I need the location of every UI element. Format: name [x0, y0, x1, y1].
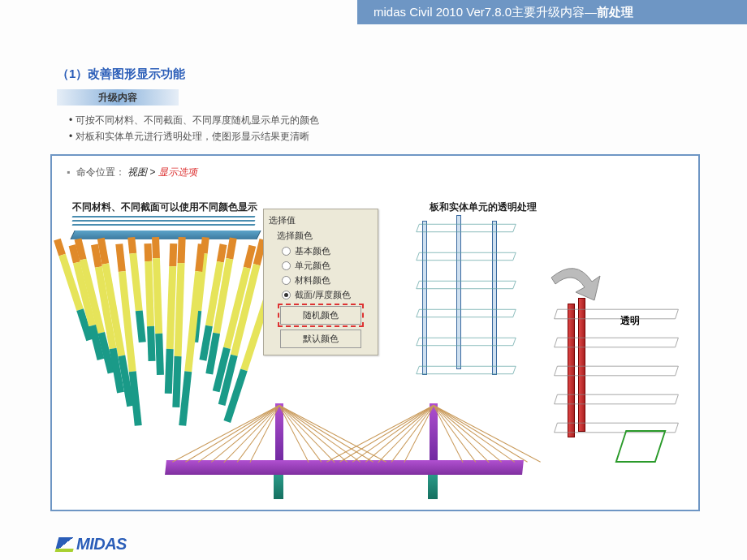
- wireframe-building: [417, 217, 523, 387]
- radio-basic-color[interactable]: 基本颜色: [282, 245, 373, 257]
- bridge-cable: [434, 405, 503, 463]
- bridge-cable: [434, 405, 541, 463]
- radio-material-color[interactable]: 材料颜色: [282, 274, 373, 286]
- upgrade-badge: 升级内容: [57, 89, 179, 106]
- bridge-cable: [279, 405, 386, 463]
- transparent-building: [547, 302, 689, 489]
- random-color-button[interactable]: 随机颜色: [280, 306, 361, 325]
- logo-mark-icon: [55, 537, 77, 552]
- default-color-button[interactable]: 默认颜色: [280, 330, 361, 348]
- header-bold: 前处理: [597, 5, 633, 20]
- bridge-cable: [211, 405, 280, 463]
- bridge-cable: [365, 405, 434, 463]
- header-prefix: midas Civil 2010 Ver7.8.0主要升级内容—: [374, 5, 597, 20]
- bullet-list: •可按不同材料、不同截面、不同厚度随机显示单元的颜色 •对板和实体单元进行透明处…: [69, 112, 319, 145]
- bridge-cable: [279, 405, 322, 463]
- bridge-cable: [352, 405, 434, 463]
- bridge-cable: [434, 405, 477, 463]
- bridge-cable: [198, 405, 280, 463]
- section-title: （1）改善图形显示功能: [57, 67, 185, 82]
- bridge-cable: [279, 405, 361, 463]
- radio-element-color[interactable]: 单元颜色: [282, 260, 373, 272]
- color-options-dialog: 选择值 选择颜色 基本颜色 单元颜色 材料颜色 截面/厚度颜色 随机颜色 默认颜…: [263, 209, 378, 355]
- colored-pile-model: [64, 221, 267, 432]
- command-location: ▪ 命令位置： 视图 > 显示选项: [67, 166, 197, 179]
- bridge-cable: [434, 405, 516, 463]
- header-bar: midas Civil 2010 Ver7.8.0主要升级内容— 前处理: [357, 0, 747, 24]
- bullet-2: •对板和实体单元进行透明处理，使图形显示结果更清晰: [69, 128, 319, 144]
- caption-left: 不同材料、不同截面可以使用不同颜色显示: [72, 200, 257, 214]
- radio-section-thickness-color[interactable]: 截面/厚度颜色: [282, 289, 373, 301]
- cable-bridge-model: [166, 403, 523, 501]
- dialog-group-label: 选择值: [269, 214, 373, 226]
- caption-right: 板和实体单元的透明处理: [430, 200, 537, 214]
- midas-logo: MIDAS: [57, 535, 127, 554]
- logo-text: MIDAS: [76, 535, 127, 554]
- content-frame: ▪ 命令位置： 视图 > 显示选项 不同材料、不同截面可以使用不同颜色显示 板和…: [50, 154, 700, 511]
- bullet-1: •可按不同材料、不同截面、不同厚度随机显示单元的颜色: [69, 112, 319, 128]
- bridge-cable: [279, 405, 348, 463]
- dialog-sub-label: 选择颜色: [277, 230, 373, 242]
